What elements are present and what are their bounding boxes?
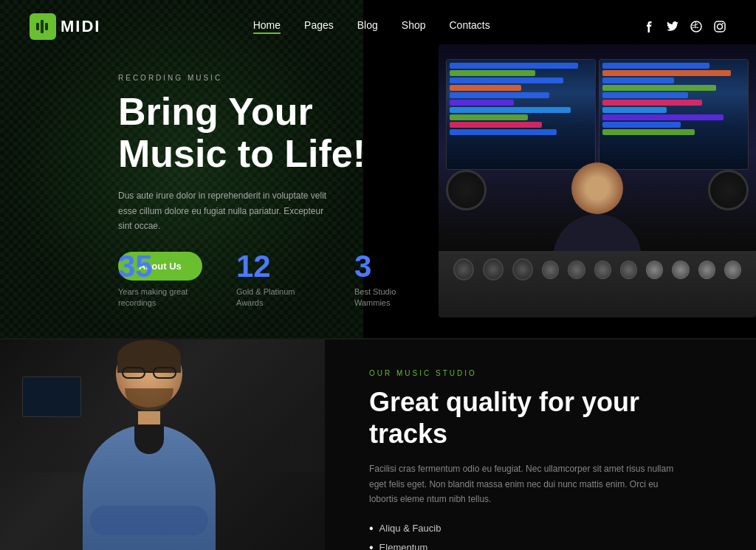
studio-feature-list: Aliqu & Faucib Elementum Fringilla & Urn… xyxy=(369,522,712,550)
twitter-icon[interactable] xyxy=(666,20,679,33)
stat-awards: 12 Gold & Platinum Awards xyxy=(236,251,310,309)
nav-home[interactable]: Home xyxy=(253,19,281,34)
hero-title: Bring Your Music to Life! xyxy=(118,91,399,175)
feature-item-1: Aliqu & Faucib xyxy=(369,522,712,535)
monitors xyxy=(446,59,749,170)
svg-rect-2 xyxy=(45,23,48,30)
person-photo xyxy=(0,340,325,550)
nav-links: Home Pages Blog Shop Contacts xyxy=(253,19,490,34)
svg-rect-1 xyxy=(41,20,44,33)
monitor-right xyxy=(599,59,749,170)
navigation: MIDI Home Pages Blog Shop Contacts xyxy=(0,0,756,53)
facebook-icon[interactable] xyxy=(642,20,656,33)
nav-pages[interactable]: Pages xyxy=(304,19,334,34)
studio-image xyxy=(439,44,756,317)
hero-tag: RECORDING MUSIC xyxy=(118,74,399,82)
mixing-console xyxy=(439,251,756,317)
glasses xyxy=(122,367,176,380)
studio-tag: OUR MUSIC STUDIO xyxy=(369,369,712,377)
nav-contacts[interactable]: Contacts xyxy=(450,19,490,34)
studio-inner xyxy=(439,44,756,317)
studio-title: Great quality for your tracks xyxy=(369,386,712,450)
nav-shop[interactable]: Shop xyxy=(402,19,426,34)
stat-years-label: Years making great recordings xyxy=(118,286,192,309)
speaker-right xyxy=(708,170,749,210)
instagram-icon[interactable] xyxy=(713,20,726,33)
person-head xyxy=(109,340,190,415)
svg-point-3 xyxy=(691,21,701,32)
studio-description: Facilisi cras fermentum odio eu feugiat.… xyxy=(369,461,679,506)
svg-point-5 xyxy=(718,24,723,30)
stat-awards-number: 12 xyxy=(236,251,310,282)
person-photo-inner xyxy=(0,340,325,550)
studio-content: OUR MUSIC STUDIO Great quality for your … xyxy=(325,340,756,550)
stat-awards-label: Gold & Platinum Awards xyxy=(236,286,310,309)
svg-rect-4 xyxy=(715,21,725,32)
dribbble-icon[interactable] xyxy=(690,20,703,33)
person-figure xyxy=(83,340,216,550)
svg-point-6 xyxy=(722,23,724,24)
logo-icon xyxy=(30,13,56,40)
bg-monitor xyxy=(22,377,81,417)
feature-item-2: Elementum xyxy=(369,541,712,550)
daw-screen-left xyxy=(447,60,595,169)
stat-wammies-number: 3 xyxy=(354,251,428,282)
social-links xyxy=(642,20,726,33)
stat-years-number: 35 xyxy=(118,251,192,282)
svg-rect-0 xyxy=(36,23,39,30)
stat-wammies-label: Best Studio Wammies xyxy=(354,286,428,309)
daw-screen-right xyxy=(599,60,748,169)
stat-wammies: 3 Best Studio Wammies xyxy=(354,251,428,309)
hero-description: Dus aute irure dolor in reprehenderit in… xyxy=(118,188,340,233)
speaker-left xyxy=(446,170,487,210)
brand-logo[interactable]: MIDI xyxy=(30,13,100,40)
nav-blog[interactable]: Blog xyxy=(357,19,378,34)
studio-section: OUR MUSIC STUDIO Great quality for your … xyxy=(0,340,756,550)
stat-years: 35 Years making great recordings xyxy=(118,251,192,309)
stats-section: 35 Years making great recordings 12 Gold… xyxy=(118,251,428,309)
monitor-left xyxy=(446,59,596,170)
